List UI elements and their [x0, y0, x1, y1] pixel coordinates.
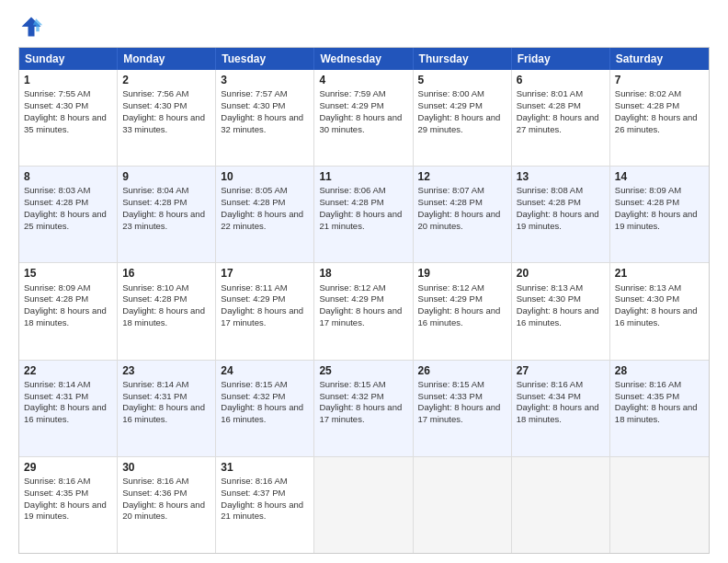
sunset: Sunset: 4:28 PM — [221, 197, 285, 207]
day-number: 29 — [24, 460, 112, 475]
sunrise: Sunrise: 8:13 AM — [517, 282, 583, 293]
day-number: 4 — [319, 73, 407, 87]
day-number: 9 — [122, 169, 210, 184]
day-number: 20 — [517, 266, 605, 281]
sunset: Sunset: 4:29 PM — [319, 100, 383, 110]
sunset: Sunset: 4:28 PM — [24, 293, 88, 304]
sunset: Sunset: 4:28 PM — [615, 197, 679, 207]
day-number: 27 — [517, 363, 605, 378]
day-number: 16 — [122, 266, 210, 281]
day-number: 3 — [221, 73, 309, 87]
daylight: Daylight: 8 hours and 19 minutes. — [517, 209, 599, 231]
sunset: Sunset: 4:29 PM — [418, 293, 483, 304]
calendar-row-5: 29Sunrise: 8:16 AMSunset: 4:35 PMDayligh… — [19, 457, 709, 553]
calendar-cell-1: 1Sunrise: 7:55 AMSunset: 4:30 PMDaylight… — [19, 70, 118, 166]
day-number: 17 — [221, 266, 309, 281]
daylight: Daylight: 8 hours and 16 minutes. — [517, 305, 599, 327]
calendar-cell-empty-4-4 — [414, 457, 512, 553]
day-number: 6 — [517, 73, 605, 87]
calendar-cell-8: 8Sunrise: 8:03 AMSunset: 4:28 PMDaylight… — [19, 167, 118, 262]
logo-icon — [18, 14, 44, 40]
calendar-cell-26: 26Sunrise: 8:15 AMSunset: 4:33 PMDayligh… — [414, 361, 512, 456]
sunset: Sunset: 4:28 PM — [418, 197, 483, 207]
calendar-cell-9: 9Sunrise: 8:04 AMSunset: 4:28 PMDaylight… — [118, 167, 216, 262]
sunset: Sunset: 4:35 PM — [24, 488, 88, 498]
daylight: Daylight: 8 hours and 23 minutes. — [122, 209, 205, 231]
calendar-cell-6: 6Sunrise: 8:01 AMSunset: 4:28 PMDaylight… — [512, 70, 610, 166]
sunset: Sunset: 4:32 PM — [319, 391, 383, 401]
sunrise: Sunrise: 8:15 AM — [418, 379, 484, 389]
sunrise: Sunrise: 8:12 AM — [418, 282, 484, 293]
daylight: Daylight: 8 hours and 18 minutes. — [24, 305, 107, 327]
daylight: Daylight: 8 hours and 18 minutes. — [517, 402, 599, 424]
daylight: Daylight: 8 hours and 20 minutes. — [418, 209, 501, 231]
sunset: Sunset: 4:28 PM — [24, 197, 88, 207]
day-number: 19 — [418, 266, 506, 281]
day-number: 14 — [615, 169, 704, 184]
daylight: Daylight: 8 hours and 33 minutes. — [122, 112, 205, 134]
sunset: Sunset: 4:34 PM — [517, 391, 581, 401]
daylight: Daylight: 8 hours and 20 minutes. — [122, 500, 205, 522]
sunrise: Sunrise: 8:06 AM — [319, 185, 385, 195]
sunrise: Sunrise: 8:15 AM — [221, 379, 287, 389]
calendar-cell-15: 15Sunrise: 8:09 AMSunset: 4:28 PMDayligh… — [19, 263, 118, 359]
day-number: 8 — [24, 169, 112, 184]
sunset: Sunset: 4:30 PM — [122, 100, 187, 110]
sunrise: Sunrise: 7:55 AM — [24, 88, 90, 98]
day-number: 28 — [615, 363, 704, 378]
sunrise: Sunrise: 8:16 AM — [615, 379, 681, 389]
daylight: Daylight: 8 hours and 19 minutes. — [615, 209, 698, 231]
calendar-cell-24: 24Sunrise: 8:15 AMSunset: 4:32 PMDayligh… — [216, 361, 314, 456]
daylight: Daylight: 8 hours and 35 minutes. — [24, 112, 107, 134]
sunrise: Sunrise: 8:07 AM — [418, 185, 484, 195]
page: SundayMondayTuesdayWednesdayThursdayFrid… — [0, 0, 728, 563]
calendar-header: SundayMondayTuesdayWednesdayThursdayFrid… — [19, 48, 709, 70]
sunrise: Sunrise: 8:01 AM — [517, 88, 583, 98]
calendar-row-3: 15Sunrise: 8:09 AMSunset: 4:28 PMDayligh… — [19, 263, 709, 360]
daylight: Daylight: 8 hours and 17 minutes. — [319, 305, 402, 327]
sunset: Sunset: 4:32 PM — [221, 391, 285, 401]
sunset: Sunset: 4:28 PM — [615, 100, 679, 110]
daylight: Daylight: 8 hours and 19 minutes. — [24, 500, 107, 522]
daylight: Daylight: 8 hours and 16 minutes. — [122, 402, 205, 424]
sunset: Sunset: 4:35 PM — [615, 391, 679, 401]
day-number: 31 — [221, 460, 309, 475]
header-day-friday: Friday — [512, 48, 610, 70]
sunset: Sunset: 4:28 PM — [319, 197, 383, 207]
calendar-cell-20: 20Sunrise: 8:13 AMSunset: 4:30 PMDayligh… — [512, 263, 610, 359]
header-day-saturday: Saturday — [610, 48, 709, 70]
day-number: 22 — [24, 363, 112, 378]
sunset: Sunset: 4:30 PM — [615, 293, 679, 304]
header-day-thursday: Thursday — [414, 48, 512, 70]
daylight: Daylight: 8 hours and 21 minutes. — [319, 209, 402, 231]
sunrise: Sunrise: 8:12 AM — [319, 282, 385, 293]
day-number: 25 — [319, 363, 407, 378]
calendar-row-2: 8Sunrise: 8:03 AMSunset: 4:28 PMDaylight… — [19, 167, 709, 263]
sunset: Sunset: 4:29 PM — [221, 293, 285, 304]
daylight: Daylight: 8 hours and 16 minutes. — [615, 305, 698, 327]
calendar-cell-empty-4-5 — [512, 457, 610, 553]
calendar-cell-18: 18Sunrise: 8:12 AMSunset: 4:29 PMDayligh… — [314, 263, 413, 359]
day-number: 23 — [122, 363, 210, 378]
header-day-monday: Monday — [118, 48, 216, 70]
header-day-tuesday: Tuesday — [216, 48, 314, 70]
calendar-cell-4: 4Sunrise: 7:59 AMSunset: 4:29 PMDaylight… — [314, 70, 413, 166]
daylight: Daylight: 8 hours and 30 minutes. — [319, 112, 402, 134]
sunrise: Sunrise: 8:16 AM — [517, 379, 583, 389]
calendar-cell-30: 30Sunrise: 8:16 AMSunset: 4:36 PMDayligh… — [118, 457, 216, 553]
sunrise: Sunrise: 8:08 AM — [517, 185, 583, 195]
calendar-row-4: 22Sunrise: 8:14 AMSunset: 4:31 PMDayligh… — [19, 361, 709, 457]
sunrise: Sunrise: 8:11 AM — [221, 282, 287, 293]
calendar-cell-21: 21Sunrise: 8:13 AMSunset: 4:30 PMDayligh… — [610, 263, 709, 359]
sunrise: Sunrise: 7:59 AM — [319, 88, 385, 98]
calendar-cell-19: 19Sunrise: 8:12 AMSunset: 4:29 PMDayligh… — [414, 263, 512, 359]
calendar-cell-5: 5Sunrise: 8:00 AMSunset: 4:29 PMDaylight… — [414, 70, 512, 166]
calendar-cell-13: 13Sunrise: 8:08 AMSunset: 4:28 PMDayligh… — [512, 167, 610, 262]
calendar-cell-28: 28Sunrise: 8:16 AMSunset: 4:35 PMDayligh… — [610, 361, 709, 456]
sunset: Sunset: 4:29 PM — [418, 100, 483, 110]
daylight: Daylight: 8 hours and 16 minutes. — [24, 402, 107, 424]
header — [18, 14, 710, 40]
calendar-cell-31: 31Sunrise: 8:16 AMSunset: 4:37 PMDayligh… — [216, 457, 314, 553]
sunrise: Sunrise: 8:02 AM — [615, 88, 681, 98]
sunrise: Sunrise: 8:14 AM — [24, 379, 90, 389]
